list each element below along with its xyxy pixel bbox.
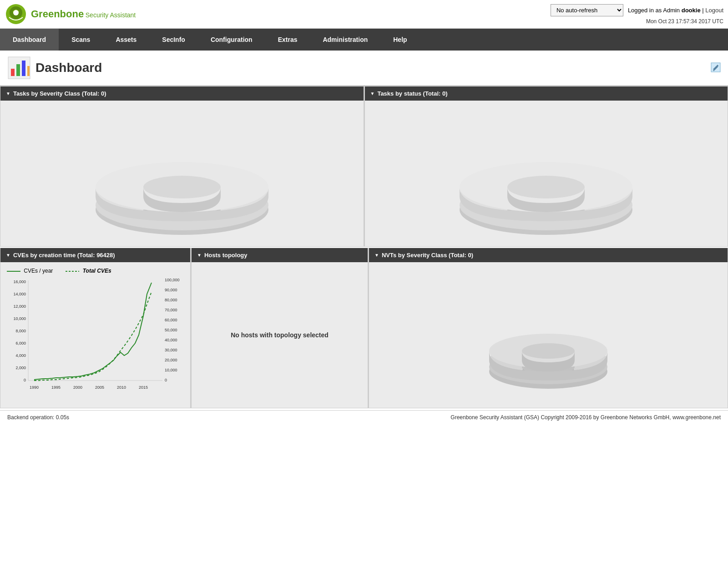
panel-header-nvts: ▼ NVTs by Severity Class (Total: 0) — [369, 248, 728, 262]
svg-rect-7 — [27, 66, 30, 76]
edit-icon[interactable] — [711, 62, 721, 74]
nav-help[interactable]: Help — [380, 29, 420, 51]
user-info: Logged in as Admin dookie | Logout — [628, 7, 723, 14]
refresh-select[interactable]: No auto-refresh 30 seconds 1 minute 5 mi… — [551, 4, 623, 16]
svg-text:10,000: 10,000 — [13, 316, 26, 321]
svg-text:2000: 2000 — [73, 385, 82, 390]
panel-header-hosts: ▼ Hosts topology — [192, 248, 368, 262]
svg-text:70,000: 70,000 — [165, 308, 177, 312]
dashboard-icon — [7, 56, 31, 80]
logged-in-label: Logged in as — [628, 7, 662, 14]
svg-text:1995: 1995 — [51, 385, 61, 390]
svg-point-23 — [507, 176, 585, 198]
svg-text:4,000: 4,000 — [15, 353, 26, 358]
svg-text:1990: 1990 — [30, 385, 39, 390]
cves-line-chart: 0 2,000 4,000 6,000 8,000 10,000 12,000 … — [3, 276, 185, 399]
panel-header-tasks-status: ▼ Tasks by status (Total: 0) — [365, 86, 728, 101]
refresh-row: No auto-refresh 30 seconds 1 minute 5 mi… — [551, 4, 723, 16]
dashboard-header: Dashboard — [0, 51, 728, 86]
panel-title-cves: CVEs by creation time (Total: 96428) — [13, 252, 115, 259]
chart-legend-cves: CVEs / year Total CVEs — [3, 266, 187, 276]
panel-content-tasks-status — [365, 101, 728, 246]
panel-cves: ▼ CVEs by creation time (Total: 96428) C… — [0, 248, 191, 408]
panel-title-hosts: Hosts topology — [204, 252, 248, 259]
nav-dashboard[interactable]: Dashboard — [0, 29, 59, 51]
svg-rect-4 — [11, 69, 15, 76]
svg-text:30,000: 30,000 — [165, 348, 177, 352]
panel-header-tasks-severity: ▼ Tasks by Severity Class (Total: 0) — [0, 86, 364, 101]
svg-text:16,000: 16,000 — [13, 279, 26, 284]
panel-content-cves: CVEs / year Total CVEs 0 2,000 4,000 6,0… — [0, 262, 190, 408]
svg-text:2,000: 2,000 — [15, 366, 26, 370]
panel-content-hosts: No hosts with topology selected — [192, 262, 368, 408]
header-right: No auto-refresh 30 seconds 1 minute 5 mi… — [551, 4, 723, 25]
svg-text:20,000: 20,000 — [165, 358, 177, 362]
donut-severity — [68, 105, 296, 242]
copyright: Greenbone Security Assistant (GSA) Copyr… — [450, 414, 721, 421]
legend-total-cves: Total CVEs — [66, 268, 111, 274]
nav-scans[interactable]: Scans — [59, 29, 103, 51]
svg-point-61 — [522, 343, 575, 359]
logo: Greenbone Security Assistant — [5, 3, 136, 25]
header: Greenbone Security Assistant No auto-ref… — [0, 0, 728, 29]
svg-text:6,000: 6,000 — [15, 341, 26, 345]
svg-point-16 — [143, 176, 221, 198]
svg-point-2 — [13, 10, 19, 15]
collapse-arrow-cves[interactable]: ▼ — [6, 253, 10, 258]
svg-text:8,000: 8,000 — [15, 329, 26, 333]
svg-text:2010: 2010 — [117, 385, 126, 390]
panel-content-tasks-severity — [0, 101, 364, 246]
backend-op: Backend operation: 0.05s — [7, 414, 69, 421]
collapse-arrow-hosts[interactable]: ▼ — [197, 253, 202, 258]
panel-title-nvts: NVTs by Severity Class (Total: 0) — [382, 252, 473, 259]
svg-text:60,000: 60,000 — [165, 318, 177, 322]
svg-text:0: 0 — [24, 378, 26, 382]
dashboard-title: Dashboard — [35, 61, 102, 75]
collapse-arrow-nvts[interactable]: ▼ — [374, 253, 379, 258]
logo-subtitle: Security Assistant — [86, 11, 136, 19]
logout-link[interactable]: Logout — [705, 7, 723, 14]
nav-assets[interactable]: Assets — [103, 29, 149, 51]
navbar: Dashboard Scans Assets SecInfo Configura… — [0, 29, 728, 51]
panels-row1: ▼ Tasks by Severity Class (Total: 0) — [0, 86, 728, 247]
nav-configuration[interactable]: Configuration — [198, 29, 265, 51]
panel-title-tasks-status: Tasks by status (Total: 0) — [377, 90, 447, 97]
panel-title-tasks-severity: Tasks by Severity Class (Total: 0) — [13, 90, 106, 97]
svg-text:2005: 2005 — [95, 385, 104, 390]
datetime: Mon Oct 23 17:57:34 2017 UTC — [646, 18, 723, 25]
svg-text:40,000: 40,000 — [165, 338, 177, 342]
logo-image — [5, 3, 27, 25]
username: dookie — [682, 7, 701, 14]
collapse-arrow[interactable]: ▼ — [6, 91, 10, 96]
svg-text:80,000: 80,000 — [165, 298, 177, 302]
svg-text:12,000: 12,000 — [13, 304, 26, 309]
nav-administration[interactable]: Administration — [310, 29, 380, 51]
footer: Backend operation: 0.05s Greenbone Secur… — [0, 410, 728, 424]
user-role: Admin — [663, 7, 680, 14]
panel-header-cves: ▼ CVEs by creation time (Total: 96428) — [0, 248, 190, 262]
collapse-arrow-status[interactable]: ▼ — [370, 91, 375, 96]
svg-rect-5 — [16, 64, 20, 76]
svg-rect-26 — [28, 280, 162, 381]
nav-secinfo[interactable]: SecInfo — [149, 29, 198, 51]
hosts-topology-message: No hosts with topology selected — [231, 331, 329, 339]
svg-text:2015: 2015 — [139, 385, 148, 390]
donut-nvts — [466, 271, 630, 399]
logo-text-block: Greenbone Security Assistant — [31, 8, 136, 20]
nav-extras[interactable]: Extras — [265, 29, 310, 51]
panel-tasks-status: ▼ Tasks by status (Total: 0) — [364, 86, 728, 247]
panel-content-nvts — [369, 262, 728, 408]
svg-text:14,000: 14,000 — [13, 292, 26, 296]
svg-text:50,000: 50,000 — [165, 328, 177, 332]
panel-hosts: ▼ Hosts topology No hosts with topology … — [191, 248, 369, 408]
donut-status — [432, 105, 660, 242]
legend-cves-year: CVEs / year — [7, 268, 53, 274]
panel-nvts: ▼ NVTs by Severity Class (Total: 0) — [369, 248, 728, 408]
svg-text:10,000: 10,000 — [165, 368, 177, 372]
svg-text:90,000: 90,000 — [165, 288, 177, 292]
logo-name: Greenbone — [31, 8, 84, 20]
panel-tasks-severity: ▼ Tasks by Severity Class (Total: 0) — [0, 86, 364, 247]
svg-text:0: 0 — [165, 378, 167, 382]
svg-text:100,000: 100,000 — [165, 278, 180, 282]
svg-rect-6 — [22, 61, 25, 76]
